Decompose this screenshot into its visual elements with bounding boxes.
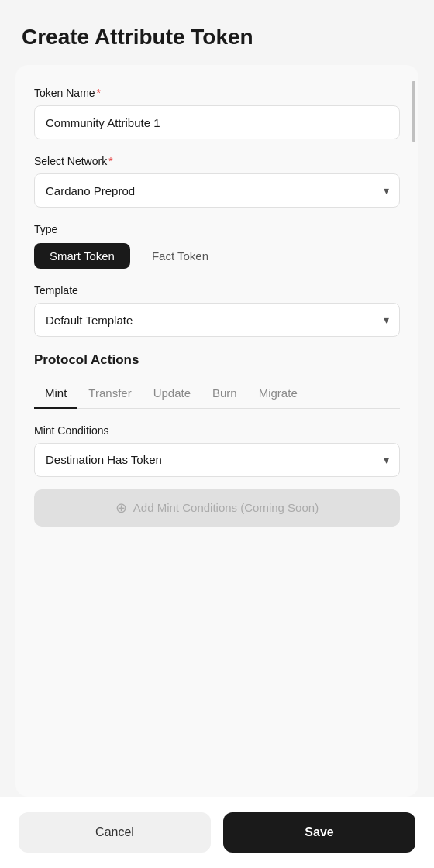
mint-conditions-label: Mint Conditions — [34, 424, 400, 437]
fact-token-button[interactable]: Fact Token — [136, 243, 224, 269]
scrollbar — [412, 81, 415, 142]
smart-token-button[interactable]: Smart Token — [34, 243, 130, 269]
template-select[interactable]: Default Template — [34, 303, 400, 337]
tab-transfer[interactable]: Transfer — [78, 379, 142, 409]
add-mint-conditions-button: ⊕ Add Mint Conditions (Coming Soon) — [34, 489, 400, 527]
cancel-button[interactable]: Cancel — [19, 812, 211, 853]
token-name-field: Token Name* — [34, 87, 400, 139]
mint-conditions-section: Mint Conditions Destination Has Token ▾ … — [34, 424, 400, 527]
add-conditions-label: Add Mint Conditions (Coming Soon) — [133, 501, 319, 514]
required-indicator: * — [97, 87, 101, 99]
select-network-field: Select Network* Cardano Preprod ▾ — [34, 155, 400, 208]
template-field: Template Default Template ▾ — [34, 284, 400, 337]
type-button-group: Smart Token Fact Token — [34, 243, 400, 269]
required-indicator-network: * — [108, 155, 112, 167]
token-name-input[interactable] — [34, 105, 400, 139]
template-label: Template — [34, 284, 400, 297]
select-network-label: Select Network* — [34, 155, 400, 167]
mint-conditions-select[interactable]: Destination Has Token — [34, 443, 400, 477]
protocol-actions-title: Protocol Actions — [34, 352, 400, 368]
template-select-wrapper: Default Template ▾ — [34, 303, 400, 337]
mint-conditions-select-wrapper: Destination Has Token ▾ — [34, 443, 400, 477]
footer-buttons: Cancel Save — [0, 797, 434, 868]
network-select-wrapper: Cardano Preprod ▾ — [34, 173, 400, 208]
protocol-actions-section: Protocol Actions Mint Transfer Update Bu… — [34, 352, 400, 527]
save-button[interactable]: Save — [223, 812, 415, 853]
page-title: Create Attribute Token — [0, 0, 434, 65]
tabs-row: Mint Transfer Update Burn Migrate — [34, 379, 400, 409]
form-card: Token Name* Select Network* Cardano Prep… — [16, 65, 418, 797]
tab-migrate[interactable]: Migrate — [248, 379, 308, 409]
network-select[interactable]: Cardano Preprod — [34, 173, 400, 208]
tab-burn[interactable]: Burn — [202, 379, 248, 409]
type-field: Type Smart Token Fact Token — [34, 223, 400, 269]
tab-update[interactable]: Update — [143, 379, 202, 409]
tab-mint[interactable]: Mint — [34, 379, 78, 409]
plus-circle-icon: ⊕ — [115, 499, 127, 516]
type-label: Type — [34, 223, 400, 235]
token-name-label: Token Name* — [34, 87, 400, 99]
